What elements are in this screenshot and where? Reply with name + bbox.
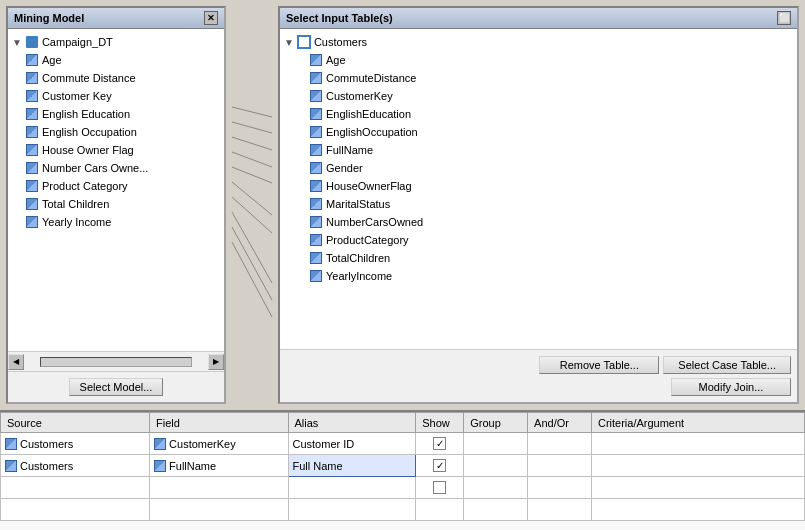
row3-criteria[interactable] <box>591 477 804 499</box>
input-field-customerkey[interactable]: CustomerKey <box>284 87 793 105</box>
field-icon-commute <box>24 70 40 86</box>
row3-alias[interactable] <box>288 477 416 499</box>
tree-field-customerkey[interactable]: Customer Key <box>12 87 220 105</box>
input-label-englishoccupation: EnglishOccupation <box>326 126 418 138</box>
modify-join-button[interactable]: Modify Join... <box>671 378 791 396</box>
tree-field-numcars[interactable]: Number Cars Owne... <box>12 159 220 177</box>
row3-source[interactable] <box>1 477 150 499</box>
tree-field-yearlyincome[interactable]: Yearly Income <box>12 213 220 231</box>
table-row: Customers CustomerKey Customer ID <box>1 433 805 455</box>
scroll-right-arrow[interactable]: ▶ <box>208 354 224 370</box>
tree-field-education[interactable]: English Education <box>12 105 220 123</box>
tree-field-houseowner[interactable]: House Owner Flag <box>12 141 220 159</box>
remove-table-button[interactable]: Remove Table... <box>539 356 659 374</box>
input-icon-age <box>308 52 324 68</box>
row4-criteria[interactable] <box>591 499 804 521</box>
model-icon <box>24 34 40 50</box>
row1-show[interactable] <box>416 433 464 455</box>
input-field-yearlyincome[interactable]: YearlyIncome <box>284 267 793 285</box>
row2-group[interactable] <box>464 455 528 477</box>
row3-andor[interactable] <box>528 477 592 499</box>
row4-field[interactable] <box>150 499 288 521</box>
tree-root-item[interactable]: ▼ Campaign_DT <box>12 33 220 51</box>
input-label-maritalstatus: MaritalStatus <box>326 198 390 210</box>
row1-group[interactable] <box>464 433 528 455</box>
col-criteria: Criteria/Argument <box>591 413 804 433</box>
input-field-englishoccupation[interactable]: EnglishOccupation <box>284 123 793 141</box>
input-field-age[interactable]: Age <box>284 51 793 69</box>
mining-model-title: Mining Model <box>14 12 84 24</box>
row2-show-checkbox[interactable] <box>433 459 446 472</box>
row3-show[interactable] <box>416 477 464 499</box>
input-label-totalchildren: TotalChildren <box>326 252 390 264</box>
input-icon-customerkey <box>308 88 324 104</box>
row4-andor[interactable] <box>528 499 592 521</box>
tree-field-commute[interactable]: Commute Distance <box>12 69 220 87</box>
input-field-englisheducation[interactable]: EnglishEducation <box>284 105 793 123</box>
select-case-table-button[interactable]: Select Case Table... <box>663 356 791 374</box>
col-field: Field <box>150 413 288 433</box>
svg-line-0 <box>232 107 272 117</box>
row1-andor[interactable] <box>528 433 592 455</box>
mining-model-close-btn[interactable]: ✕ <box>204 11 218 25</box>
field-icon-occupation <box>24 124 40 140</box>
row2-andor[interactable] <box>528 455 592 477</box>
row1-criteria[interactable] <box>591 433 804 455</box>
input-table-tree[interactable]: ▼ Customers Age CommuteDistance <box>280 29 797 349</box>
row4-alias[interactable] <box>288 499 416 521</box>
select-model-button[interactable]: Select Model... <box>69 378 164 396</box>
row2-criteria[interactable] <box>591 455 804 477</box>
tree-root-label: Campaign_DT <box>42 36 113 48</box>
row2-alias[interactable]: Full Name <box>288 455 416 477</box>
field-icon-numcars <box>24 160 40 176</box>
row1-source: Customers <box>1 433 150 455</box>
input-field-fullname[interactable]: FullName <box>284 141 793 159</box>
tree-field-occupation[interactable]: English Occupation <box>12 123 220 141</box>
mining-model-tree[interactable]: ▼ Campaign_DT Age Commute Distance <box>8 29 224 351</box>
row2-source: Customers <box>1 455 150 477</box>
input-table-header: Select Input Table(s) ⬜ <box>280 8 797 29</box>
input-field-gender[interactable]: Gender <box>284 159 793 177</box>
row2-field-label: FullName <box>169 460 216 472</box>
row3-field[interactable] <box>150 477 288 499</box>
input-icon-numbercarsowned <box>308 214 324 230</box>
row2-show[interactable] <box>416 455 464 477</box>
mining-model-panel: Mining Model ✕ ▼ Campaign_DT Age <box>6 6 226 404</box>
input-label-commute: CommuteDistance <box>326 72 416 84</box>
tree-field-productcat[interactable]: Product Category <box>12 177 220 195</box>
input-field-productcategory[interactable]: ProductCategory <box>284 231 793 249</box>
row1-alias[interactable]: Customer ID <box>288 433 416 455</box>
row3-show-checkbox[interactable] <box>433 481 446 494</box>
connector-svg <box>232 65 272 345</box>
input-field-commutedistance[interactable]: CommuteDistance <box>284 69 793 87</box>
table-row <box>1 499 805 521</box>
scroll-left-arrow[interactable]: ◀ <box>8 354 24 370</box>
input-icon-englishoccupation <box>308 124 324 140</box>
scrollbar-track[interactable] <box>40 357 192 367</box>
input-field-totalchildren[interactable]: TotalChildren <box>284 249 793 267</box>
field-label-commute: Commute Distance <box>42 72 136 84</box>
row4-show[interactable] <box>416 499 464 521</box>
customers-table-icon <box>296 34 312 50</box>
row4-group[interactable] <box>464 499 528 521</box>
mining-model-scrollbar[interactable]: ◀ ▶ <box>8 351 224 371</box>
svg-line-7 <box>232 212 272 283</box>
field-icon-education <box>24 106 40 122</box>
input-icon-productcategory <box>308 232 324 248</box>
row3-group[interactable] <box>464 477 528 499</box>
input-label-gender: Gender <box>326 162 363 174</box>
query-grid: Source Field Alias Show Group And/Or Cri… <box>0 412 805 521</box>
input-field-houseownerflag[interactable]: HouseOwnerFlag <box>284 177 793 195</box>
field-icon-yearlyincome <box>24 214 40 230</box>
tree-field-totalchildren[interactable]: Total Children <box>12 195 220 213</box>
customers-table-root[interactable]: ▼ Customers <box>284 33 793 51</box>
input-field-numbercarsowned[interactable]: NumberCarsOwned <box>284 213 793 231</box>
tree-field-age[interactable]: Age <box>12 51 220 69</box>
row1-show-checkbox[interactable] <box>433 437 446 450</box>
input-field-maritalstatus[interactable]: MaritalStatus <box>284 195 793 213</box>
row4-source[interactable] <box>1 499 150 521</box>
row1-field: CustomerKey <box>150 433 288 455</box>
svg-line-5 <box>232 182 272 215</box>
input-table-restore-btn[interactable]: ⬜ <box>777 11 791 25</box>
input-table-title: Select Input Table(s) <box>286 12 393 24</box>
